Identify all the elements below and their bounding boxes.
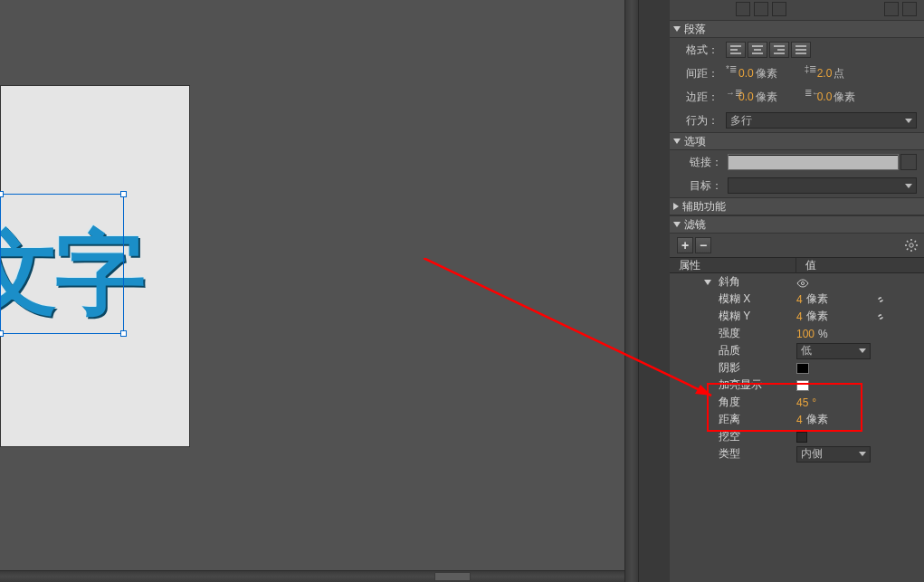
- quality-label: 品质: [719, 343, 796, 358]
- prop-highlight[interactable]: 加亮显示: [670, 377, 924, 394]
- type-select[interactable]: 内侧: [796, 446, 871, 463]
- filter-controls-row: + −: [670, 234, 924, 257]
- eye-icon[interactable]: [796, 278, 809, 287]
- align-center-button[interactable]: [748, 42, 767, 58]
- margin-left-field[interactable]: →≣ 0.0 像素: [726, 89, 777, 105]
- prop-type[interactable]: 类型 内侧: [670, 445, 924, 463]
- top-icon-row: [670, 0, 924, 20]
- prop-distance[interactable]: 距离 4像素: [670, 411, 924, 428]
- section-accessibility[interactable]: 辅助功能: [670, 197, 924, 215]
- margin-label: 边距：: [677, 90, 719, 105]
- align-right-button[interactable]: [769, 42, 789, 58]
- knockout-checkbox[interactable]: [796, 432, 807, 443]
- blurx-label: 模糊 X: [719, 291, 796, 307]
- shadow-color-swatch[interactable]: [796, 363, 809, 374]
- chevron-down-icon: [704, 280, 711, 285]
- align-justify-button[interactable]: [791, 42, 811, 58]
- link-icon[interactable]: [875, 294, 886, 305]
- resize-handle-ne[interactable]: [120, 191, 127, 197]
- svg-point-1: [801, 281, 804, 284]
- chevron-down-icon: [673, 138, 681, 144]
- link-label: 链接：: [677, 155, 722, 170]
- section-filters[interactable]: 滤镜: [670, 215, 924, 234]
- svg-point-0: [910, 243, 913, 247]
- target-select[interactable]: [728, 177, 917, 194]
- section-filters-label: 滤镜: [684, 217, 706, 233]
- align-left-button[interactable]: [726, 42, 746, 58]
- indent-field[interactable]: *≣ 0.0 像素: [726, 65, 777, 81]
- gear-icon[interactable]: [904, 238, 919, 253]
- leading-value: 2.0: [817, 67, 833, 80]
- quality-select[interactable]: 低: [796, 343, 871, 359]
- add-filter-button[interactable]: +: [677, 237, 693, 253]
- link-input[interactable]: [728, 154, 899, 170]
- behavior-label: 行为：: [677, 113, 719, 129]
- section-options-label: 选项: [684, 134, 706, 149]
- prop-blurx[interactable]: 模糊 X 4像素: [670, 291, 924, 308]
- chevron-right-icon: [673, 203, 679, 210]
- margin-left-unit: 像素: [756, 90, 777, 105]
- text-selection-box[interactable]: [0, 194, 124, 334]
- prop-knockout[interactable]: 挖空: [670, 428, 924, 445]
- link-browse-button[interactable]: [900, 154, 917, 170]
- format-label: 格式：: [677, 43, 719, 58]
- char-opt-4-button[interactable]: [884, 2, 899, 16]
- indent-unit: 像素: [756, 66, 777, 81]
- format-row: 格式：: [670, 38, 924, 62]
- blury-label: 模糊 Y: [719, 309, 796, 324]
- prop-quality[interactable]: 品质 低: [670, 342, 924, 359]
- link-row: 链接：: [670, 150, 924, 174]
- horizontal-scrollbar[interactable]: [0, 570, 624, 582]
- scrollbar-thumb[interactable]: [434, 572, 471, 581]
- section-options[interactable]: 选项: [670, 132, 924, 150]
- margin-left-value: 0.0: [738, 91, 754, 103]
- highlight-color-swatch[interactable]: [796, 380, 809, 391]
- chevron-down-icon: [673, 26, 681, 32]
- margin-right-field[interactable]: ≣← 0.0 像素: [805, 89, 856, 105]
- leading-unit: 点: [834, 66, 844, 81]
- resize-handle-nw[interactable]: [0, 191, 4, 197]
- shadow-label: 阴影: [719, 360, 796, 376]
- properties-panel: 段落 格式： 间距： *≣ 0.0 像素 ‡≣ 2.0 点 边距： →≣ 0.0…: [670, 0, 924, 582]
- filter-bevel-row[interactable]: 斜角: [670, 273, 924, 291]
- target-label: 目标：: [677, 178, 722, 194]
- prop-blury[interactable]: 模糊 Y 4像素: [670, 308, 924, 325]
- spacing-label: 间距：: [677, 66, 719, 81]
- vertical-scrollbar[interactable]: [624, 0, 639, 582]
- knockout-label: 挖空: [719, 429, 796, 444]
- margin-row: 边距： →≣ 0.0 像素 ≣← 0.0 像素: [670, 85, 924, 109]
- highlight-label: 加亮显示: [719, 377, 796, 393]
- resize-handle-se[interactable]: [120, 330, 127, 337]
- remove-filter-button[interactable]: −: [695, 237, 711, 253]
- chevron-down-icon: [673, 222, 681, 227]
- behavior-value: 多行: [730, 113, 752, 129]
- section-paragraph[interactable]: 段落: [670, 20, 924, 38]
- angle-label: 角度: [719, 395, 796, 410]
- char-opt-2-button[interactable]: [754, 2, 768, 16]
- prop-shadow[interactable]: 阴影: [670, 359, 924, 377]
- margin-right-unit: 像素: [834, 90, 855, 105]
- target-row: 目标：: [670, 174, 924, 197]
- workspace[interactable]: 文字: [0, 0, 624, 582]
- link-icon[interactable]: [875, 311, 886, 322]
- strength-label: 强度: [719, 326, 796, 341]
- char-opt-3-button[interactable]: [772, 2, 786, 16]
- section-paragraph-label: 段落: [684, 22, 706, 37]
- distance-label: 距离: [719, 412, 796, 427]
- margin-right-value: 0.0: [817, 91, 833, 103]
- char-opt-1-button[interactable]: [736, 2, 750, 16]
- type-label: 类型: [719, 446, 796, 462]
- behavior-row: 行为： 多行: [670, 109, 924, 132]
- char-opt-5-button[interactable]: [902, 2, 917, 16]
- spacing-row: 间距： *≣ 0.0 像素 ‡≣ 2.0 点: [670, 62, 924, 85]
- indent-value: 0.0: [738, 67, 754, 80]
- prop-angle[interactable]: 角度 45°: [670, 394, 924, 411]
- col-property: 属性: [670, 258, 796, 273]
- prop-strength[interactable]: 强度 100%: [670, 325, 924, 342]
- leading-field[interactable]: ‡≣ 2.0 点: [805, 65, 845, 81]
- resize-handle-sw[interactable]: [0, 330, 4, 337]
- section-accessibility-label: 辅助功能: [682, 199, 726, 215]
- col-value: 值: [796, 258, 924, 273]
- panel-gutter: [639, 0, 670, 582]
- behavior-select[interactable]: 多行: [726, 112, 917, 129]
